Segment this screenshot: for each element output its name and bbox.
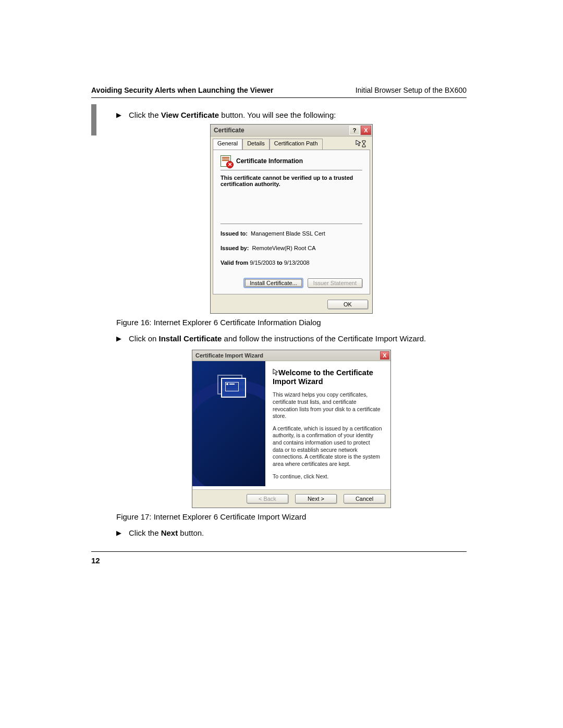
valid-from-field: Valid from 9/15/2003 to 9/13/2008 [221,260,362,266]
instruction-bullet-2: ▶ Click on Install Certificate and follo… [116,333,467,344]
certificate-dialog: Certificate ? X General Details Certific… [210,124,373,314]
header-section-title: Avoiding Security Alerts when Launching … [91,86,274,94]
bullet-text: Click the View Certificate button. You w… [129,109,336,121]
bullet-text: Click the Next button. [129,527,204,539]
wizard-side-graphic [192,361,265,486]
tab-certification-path[interactable]: Certification Path [270,139,323,150]
instruction-bullet-1: ▶ Click the View Certificate button. You… [116,109,467,121]
bullet-text: Click on Install Certificate and follow … [129,333,426,344]
certificate-warning-text: This certificate cannot be verified up t… [221,175,362,187]
instruction-bullet-3: ▶ Click the Next button. [116,527,467,539]
certificate-import-wizard-dialog: Certificate Import Wizard X Welcome to t… [192,350,391,509]
next-button[interactable]: Next > [295,494,337,503]
thumb-tab [91,104,96,135]
help-button[interactable]: ? [349,126,360,135]
tab-details[interactable]: Details [242,139,270,150]
figure-17-caption: Figure 17: Internet Explorer 6 Certifica… [116,512,467,521]
header-doc-title: Initial Browser Setup of the BX600 [356,86,467,94]
bullet-marker-icon: ▶ [116,333,121,344]
cancel-button[interactable]: Cancel [344,494,385,503]
certificate-error-icon: ✕ [221,155,232,167]
certificate-information-heading: Certificate Information [236,157,303,165]
wizard-heading: Welcome to the Certificate Import Wizard [273,368,382,387]
wizard-paragraph-1: This wizard helps you copy certificates,… [273,391,382,420]
ok-button[interactable]: OK [327,300,368,309]
bullet-marker-icon: ▶ [116,109,121,121]
certificate-titlebar: Certificate ? X [211,125,372,137]
wizard-paragraph-2: A certificate, which is issued by a cert… [273,425,382,468]
tab-panel-general: ✕ Certificate Information This certifica… [213,150,370,294]
figure-16-caption: Figure 16: Internet Explorer 6 Certifica… [116,318,467,327]
cursor-icon [273,368,278,377]
issued-to-field: Issued to: Management Blade SSL Cert [221,230,362,237]
certificate-title: Certificate [214,127,244,134]
wizard-paragraph-3: To continue, click Next. [273,473,382,480]
close-button[interactable]: X [361,126,371,135]
page-number: 12 [91,551,467,565]
wizard-title: Certificate Import Wizard [195,352,263,359]
page-header: Avoiding Security Alerts when Launching … [91,86,467,98]
issuer-statement-button: Issuer Statement [308,278,362,288]
install-certificate-button[interactable]: Install Certificate... [244,278,302,288]
issued-by-field: Issued by: RemoteView(R) Root CA [221,245,362,251]
cursor-hourglass-icon [356,139,370,150]
bullet-marker-icon: ▶ [116,527,121,539]
close-button[interactable]: X [380,351,389,360]
back-button: < Back [247,494,288,503]
tab-general[interactable]: General [213,139,242,150]
